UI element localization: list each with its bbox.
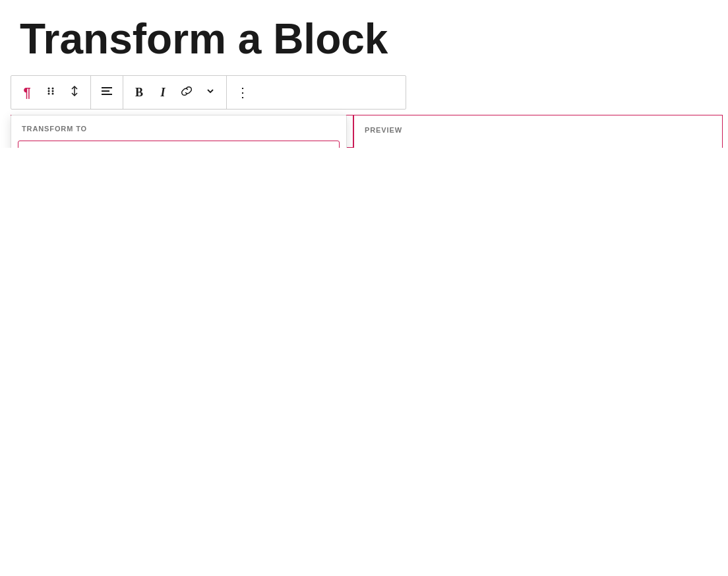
preview-list-item: Here's some text that I want to change i… [388,144,712,148]
move-icon [69,85,80,100]
toolbar-align-group [91,76,123,109]
svg-point-0 [48,88,50,90]
svg-point-2 [48,90,50,92]
transform-items-top: Heading List 👆 [11,141,346,148]
more-options-button[interactable] [198,80,222,104]
transform-dropdown: TRANSFORM TO Heading [11,115,347,148]
bold-button[interactable]: B [127,80,151,104]
svg-point-3 [52,90,54,92]
transform-header: TRANSFORM TO [11,115,346,138]
svg-point-1 [52,88,54,90]
toolbar-menu-group: ⋮ [227,76,258,109]
drag-icon [45,85,57,100]
toolbar-block-type-group: ¶ [11,76,91,109]
svg-point-4 [48,93,50,95]
transform-item-heading[interactable]: Heading [18,141,340,148]
paragraph-type-button[interactable]: ¶ [15,80,39,104]
toolbar-format-group: B I [123,76,227,109]
link-icon [180,84,193,100]
chevron-down-icon [205,86,216,99]
italic-button[interactable]: I [151,80,175,104]
content-area: H TRANSFORM TO Heading [11,115,717,148]
paragraph-icon: ¶ [23,85,30,100]
preview-content: Here's some text that I want to change i… [365,144,712,148]
page-title: Transform a Block [0,0,728,75]
block-toolbar: ¶ [11,75,406,110]
align-button[interactable] [95,80,119,104]
bookmark-icon [25,146,41,148]
preview-label: PREVIEW [365,126,712,134]
preview-panel: PREVIEW Here's some text that I want to … [353,115,723,148]
move-block-button[interactable] [63,80,86,104]
link-button[interactable] [175,80,198,104]
align-icon [100,84,113,100]
svg-point-5 [52,93,54,95]
block-menu-button[interactable]: ⋮ [231,80,255,104]
drag-handle-button[interactable] [39,80,63,104]
